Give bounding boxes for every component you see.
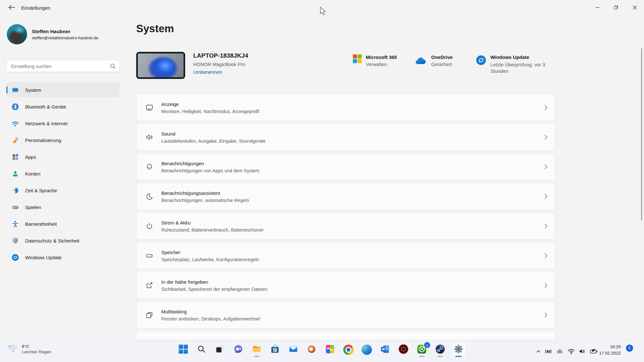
taskbar-task-view-button[interactable]: [213, 343, 227, 357]
notification-count-badge[interactable]: 5: [626, 345, 633, 352]
xbox-notification-badge: 1: [423, 341, 431, 349]
sidebar-item-gaming[interactable]: Spielen: [6, 199, 119, 215]
search-icon: [109, 63, 116, 71]
row-title: Sound: [161, 131, 266, 137]
hidden-icons-chevron[interactable]: [535, 348, 541, 354]
sidebar-item-apps[interactable]: Apps: [6, 149, 119, 165]
sidebar-item-personalization[interactable]: Personalisierung: [6, 132, 119, 148]
clock-globe-icon: [12, 187, 19, 194]
row-subtitle: Speicherplatz, Laufwerke, Konfigurations…: [161, 257, 259, 262]
settings-row-sound[interactable]: Sound Lautstärkestufen, Ausgabe, Eingabe…: [136, 124, 555, 151]
window-title: Einstellungen: [21, 5, 50, 11]
settings-row-display[interactable]: Anzeige Monitore, Helligkeit, Nachtmodus…: [136, 94, 555, 121]
settings-row-partial[interactable]: [136, 331, 555, 339]
sidebar-item-accounts[interactable]: Konten: [6, 166, 119, 181]
onedrive-card[interactable]: OneDrive Gesichert: [414, 54, 453, 67]
chevron-right-icon: [545, 253, 547, 258]
sidebar-item-windows-update[interactable]: Windows Update: [6, 250, 119, 265]
taskbar-microsoft-store-button[interactable]: [268, 343, 282, 357]
row-title: Benachrichtigungen: [161, 161, 260, 166]
window-controls: [588, 0, 644, 16]
update-icon: [12, 254, 19, 261]
avatar: [7, 24, 27, 44]
sidebar-item-system[interactable]: System: [6, 82, 119, 98]
taskbar: 6°C Leichter Regen: [0, 340, 644, 362]
sidebar-item-label: Windows Update: [25, 255, 62, 260]
taskbar-search-button[interactable]: [194, 343, 209, 357]
sidebar-item-privacy[interactable]: Datenschutz & Sicherheit: [6, 233, 119, 248]
wifi-tray-icon[interactable]: [567, 348, 575, 355]
close-button[interactable]: [625, 0, 644, 16]
chevron-right-icon: [545, 312, 547, 318]
taskbar-chrome-button[interactable]: [341, 343, 355, 357]
shield-icon: [12, 237, 19, 244]
settings-row-storage[interactable]: Speicher Speicherplatz, Laufwerke, Konfi…: [136, 242, 555, 269]
taskbar-adobe-creative-cloud-button[interactable]: [323, 343, 337, 357]
search-input[interactable]: [7, 60, 119, 72]
settings-row-focus-assist[interactable]: Benachrichtigungsassistent Benachrichtig…: [136, 183, 555, 210]
restore-icon: [614, 5, 618, 11]
row-title: Strom & Akku: [161, 220, 264, 225]
taskbar-file-explorer-button[interactable]: [250, 343, 264, 357]
page-title: System: [136, 23, 174, 35]
rename-link[interactable]: Umbenennen: [193, 69, 248, 75]
chevron-right-icon: [545, 164, 547, 169]
power-icon: [145, 222, 154, 230]
settings-row-power-battery[interactable]: Strom & Akku Ruhezustand, Batterieverbra…: [136, 213, 555, 240]
microsoft-store-icon: [270, 344, 280, 356]
row-subtitle: Monitore, Helligkeit, Nachtmodus, Anzeig…: [161, 109, 259, 114]
taskbar-start-button[interactable]: [176, 343, 190, 357]
settings-row-nearby-sharing[interactable]: In der Nähe freigeben Sichtbarkeit, Spei…: [136, 272, 555, 299]
settings-gear-icon: [453, 344, 464, 356]
chevron-right-icon: [545, 105, 547, 110]
weather-temperature: 6°C: [22, 344, 52, 349]
taskbar-xbox-button[interactable]: 1: [415, 343, 429, 357]
weather-widget[interactable]: 6°C Leichter Regen: [7, 343, 52, 355]
edge-icon: [362, 345, 372, 355]
sidebar-item-label: Netzwerk & Internet: [25, 121, 68, 126]
moon-icon: [145, 192, 154, 201]
taskbar-word-button[interactable]: W: [378, 343, 392, 357]
taskbar-settings-button[interactable]: [451, 343, 466, 357]
sidebar-item-bluetooth[interactable]: Bluetooth & Geräte: [6, 99, 119, 114]
card-subtitle: Gesichert: [431, 62, 453, 67]
card-title: Windows Update: [490, 54, 550, 60]
sidebar-item-accessibility[interactable]: Barrierefreiheit: [6, 216, 119, 232]
accessibility-icon: [12, 220, 19, 228]
row-subtitle: Lautstärkestufen, Ausgabe, Eingabe, Soun…: [161, 138, 266, 144]
minimize-button[interactable]: [588, 0, 607, 16]
sidebar-item-time-language[interactable]: Zeit & Sprache: [6, 183, 119, 198]
rain-cloud-icon: [7, 343, 19, 355]
taskbar-office-button[interactable]: [305, 343, 319, 357]
chevron-right-icon: [545, 283, 547, 288]
taskbar-mail-button[interactable]: [286, 343, 300, 357]
taskbar-steam-button[interactable]: [433, 343, 447, 357]
volume-tray-icon[interactable]: [579, 348, 586, 355]
settings-row-notifications[interactable]: Benachrichtigungen Benachrichtigungen vo…: [136, 153, 555, 180]
taskbar-teams-chat-button[interactable]: [231, 343, 245, 357]
weather-condition: Leichter Regen: [22, 349, 52, 354]
row-title: Multitasking: [161, 309, 260, 314]
device-wallpaper-image: [136, 52, 185, 79]
taskbar-clock[interactable]: 16:20 17.02.2022: [592, 344, 621, 357]
device-name: LAPTOP-1838JKJ4: [193, 52, 248, 59]
tray-m-app-icon[interactable]: M: [545, 348, 552, 355]
back-button[interactable]: [6, 3, 16, 13]
chevron-right-icon: [545, 135, 547, 140]
restore-button[interactable]: [607, 0, 625, 16]
file-explorer-icon: [251, 344, 262, 356]
steam-icon: [435, 344, 445, 356]
sidebar-item-network[interactable]: Netzwerk & Internet: [6, 116, 119, 131]
profile-email: steffen@redaktionsbuero-haubner.de: [32, 36, 98, 40]
onedrive-tray-icon[interactable]: [555, 348, 564, 355]
settings-search: [6, 60, 119, 72]
taskbar-driver-updater-button[interactable]: [396, 343, 411, 357]
chevron-right-icon: [545, 224, 547, 229]
settings-row-multitasking[interactable]: Multitasking Fenster andocken, Desktops,…: [136, 301, 555, 329]
taskbar-edge-button[interactable]: [360, 343, 374, 357]
windows-update-card[interactable]: Windows Update Letzte Überprüfung: vor 3…: [476, 54, 550, 74]
apps-grid-icon: [12, 153, 19, 161]
microsoft-365-card[interactable]: Microsoft 365 Verwalten: [353, 54, 397, 67]
sidebar-item-label: Personalisierung: [25, 138, 61, 143]
scrollbar-thumb[interactable]: [641, 48, 642, 221]
